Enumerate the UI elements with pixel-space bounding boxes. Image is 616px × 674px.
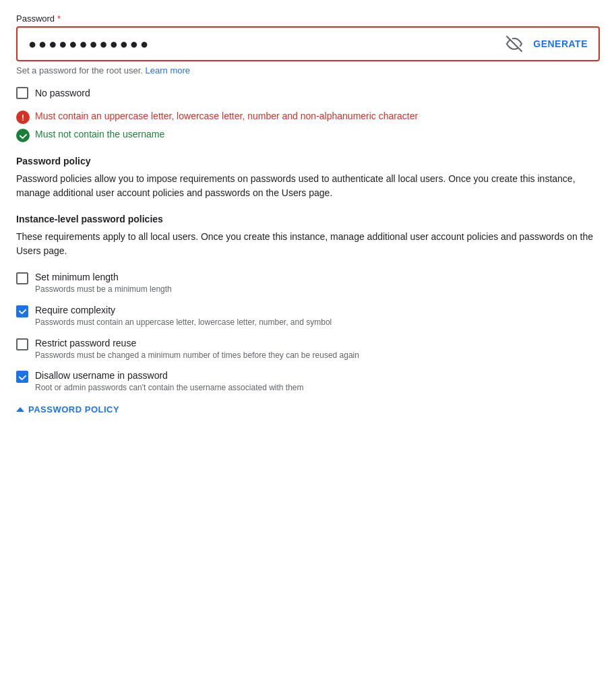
required-marker: *: [57, 13, 61, 24]
disallow-username-checkbox[interactable]: [16, 371, 28, 383]
disallow-username-sublabel: Root or admin passwords can't contain th…: [35, 382, 304, 394]
disallow-username-label: Disallow username in password: [35, 370, 304, 381]
generate-button[interactable]: GENERATE: [533, 38, 588, 49]
checkbox-require-complexity: Require complexity Passwords must contai…: [16, 305, 600, 328]
restrict-password-reuse-sublabel: Passwords must be changed a minimum numb…: [35, 350, 359, 361]
validation-error-item: ! Must contain an uppercase letter, lowe…: [16, 110, 600, 124]
password-policy-body: Password policies allow you to impose re…: [16, 172, 600, 200]
instance-level-section: Instance-level password policies These r…: [16, 214, 600, 258]
error-icon: !: [16, 111, 30, 124]
set-minimum-length-label: Set minimum length: [35, 272, 172, 282]
password-label-text: Password: [16, 13, 55, 24]
restrict-password-reuse-label-group: Restrict password reuse Passwords must b…: [35, 338, 359, 361]
chevron-up-icon: [16, 407, 24, 412]
require-complexity-label-group: Require complexity Passwords must contai…: [35, 305, 332, 328]
password-dots[interactable]: ●●●●●●●●●●●●: [28, 37, 506, 51]
checkboxes-container: Set minimum length Passwords must be a m…: [16, 272, 600, 394]
set-minimum-length-sublabel: Passwords must be a minimum length: [35, 284, 172, 295]
validation-success-item: Must not contain the username: [16, 128, 600, 142]
password-input-wrapper: ●●●●●●●●●●●● GENERATE: [16, 26, 600, 61]
checkbox-set-minimum-length: Set minimum length Passwords must be a m…: [16, 272, 600, 295]
password-section: Password * ●●●●●●●●●●●● GENERATE Set a p…: [16, 13, 600, 75]
no-password-checkbox[interactable]: [16, 87, 28, 99]
require-complexity-label: Require complexity: [35, 305, 332, 315]
learn-more-link[interactable]: Learn more: [146, 65, 190, 75]
password-policy-section: Password policy Password policies allow …: [16, 156, 600, 200]
disallow-username-label-group: Disallow username in password Root or ad…: [35, 370, 304, 394]
password-policy-toggle-label: PASSWORD POLICY: [28, 404, 119, 415]
checkbox-disallow-username: Disallow username in password Root or ad…: [16, 370, 600, 394]
checkbox-restrict-password-reuse: Restrict password reuse Passwords must b…: [16, 338, 600, 361]
password-policy-toggle[interactable]: PASSWORD POLICY: [16, 404, 600, 415]
no-password-label: No password: [35, 88, 90, 98]
password-icons: GENERATE: [506, 36, 588, 52]
validation-success-text: Must not contain the username: [35, 128, 164, 142]
success-icon: [16, 129, 30, 142]
toggle-visibility-icon[interactable]: [506, 36, 522, 52]
instance-level-body: These requirements apply to all local us…: [16, 230, 600, 258]
no-password-row: No password: [16, 86, 600, 99]
set-minimum-length-checkbox[interactable]: [16, 272, 28, 284]
validation-section: ! Must contain an uppercase letter, lowe…: [16, 110, 600, 142]
field-label: Password *: [16, 13, 600, 24]
restrict-password-reuse-label: Restrict password reuse: [35, 338, 359, 348]
instance-level-heading: Instance-level password policies: [16, 214, 600, 224]
restrict-password-reuse-checkbox[interactable]: [16, 338, 28, 350]
validation-error-text: Must contain an uppercase letter, lowerc…: [35, 110, 418, 123]
password-helper-text: Set a password for the root user. Learn …: [16, 65, 600, 75]
require-complexity-sublabel: Passwords must contain an uppercase lett…: [35, 317, 332, 328]
password-policy-heading: Password policy: [16, 156, 600, 166]
set-minimum-length-label-group: Set minimum length Passwords must be a m…: [35, 272, 172, 295]
require-complexity-checkbox[interactable]: [16, 305, 28, 317]
